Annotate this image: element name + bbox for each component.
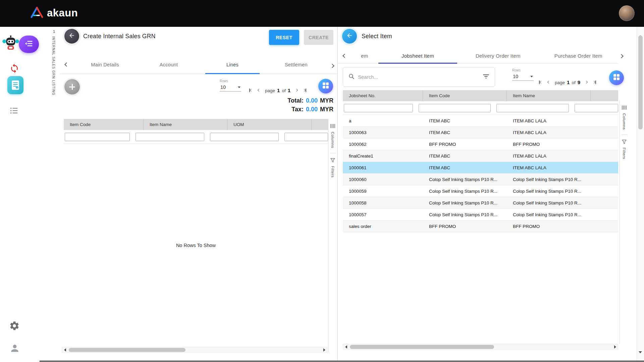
sync-module-icon[interactable]	[9, 63, 20, 74]
scrollbar-thumb[interactable]	[350, 345, 494, 349]
listing-module-icon[interactable]	[9, 106, 19, 115]
scroll-up-arrow[interactable]	[639, 29, 642, 36]
rows-per-page-select[interactable]: Rows 10	[220, 79, 241, 92]
table-row[interactable]: 1000058 Colop Self Inking Stamps P10 R..…	[343, 197, 618, 209]
create-button[interactable]: CREATE	[304, 30, 333, 45]
rows-value: 10	[220, 84, 226, 90]
grn-horizontal-scrollbar[interactable]	[62, 347, 327, 353]
tab-account[interactable]: Account	[137, 55, 201, 74]
brand-name: akaun	[47, 7, 78, 19]
add-line-button[interactable]	[64, 79, 80, 95]
filter-item-name-input[interactable]	[136, 133, 204, 141]
next-page-button[interactable]	[585, 80, 588, 84]
back-button[interactable]	[64, 29, 79, 44]
select-item-horizontal-scrollbar[interactable]	[343, 344, 618, 350]
filter-item-code-input[interactable]	[65, 133, 130, 141]
account-person-icon[interactable]	[9, 343, 20, 354]
topbar: akaun	[0, 0, 644, 27]
scroll-right-arrow[interactable]	[612, 344, 618, 349]
scrollbar-thumb[interactable]	[69, 348, 185, 352]
assistant-mascot-icon[interactable]	[1, 34, 20, 53]
arrow-left-icon	[68, 32, 75, 40]
grid-view-button[interactable]	[609, 70, 624, 85]
tab-purchase-order-item[interactable]: Purchase Order Item	[538, 48, 619, 64]
table-row[interactable]: finalCreate1 ITEM ABC ITEM ABC LALA	[343, 150, 618, 162]
reset-button[interactable]: RESET	[269, 30, 299, 45]
cell-item-code: ITEM ABC	[423, 154, 507, 159]
prev-page-button[interactable]	[547, 80, 550, 84]
jobsheet-table-body: a ITEM ABC ITEM ABC LALA 1000063 ITEM AB…	[343, 115, 618, 232]
app-root: akaun	[0, 0, 644, 362]
columns-rail-toggle[interactable]: Columns	[620, 101, 629, 130]
scrollbar-thumb[interactable]	[638, 36, 643, 129]
tax-label: Tax:	[291, 106, 304, 113]
table-row[interactable]: 1000057 Colop Self Inking Stamps P10 R..…	[343, 209, 618, 221]
cell-item-code: Colop Self Inking Stamps P10 R...	[423, 212, 507, 217]
select-item-panel: Select Item em Jobsheet Item Delivery Or…	[338, 29, 628, 353]
columns-rail-label: Columns	[331, 132, 335, 148]
first-page-button[interactable]	[538, 80, 543, 85]
total-label: Total:	[287, 97, 304, 104]
table-row[interactable]: sales order BFF PROMO BFF PROMO	[343, 221, 618, 232]
user-avatar[interactable]	[619, 5, 635, 21]
columns-rail-toggle[interactable]: Columns	[328, 119, 337, 148]
grid-view-button[interactable]	[318, 79, 333, 94]
jobsheet-table-filter-row	[343, 101, 618, 115]
table-row[interactable]: 1000063 ITEM ABC ITEM ABC LALA	[343, 127, 618, 138]
create-grn-panel: Create Internal Sales GRN RESET CREATE M…	[60, 29, 337, 355]
cell-jobsheet-no: 1000062	[343, 142, 423, 147]
last-page-button[interactable]	[592, 80, 597, 85]
tabs-scroll-left-button[interactable]	[338, 54, 352, 57]
table-row[interactable]: 1000060 Colop Self Inking Stamps P10 R..…	[343, 174, 618, 185]
search-input[interactable]	[358, 74, 483, 80]
filters-rail-toggle[interactable]: Filters	[620, 135, 629, 159]
cell-item-name: Colop Self Inking Stamps P10 R...	[507, 212, 591, 217]
table-row[interactable]: a ITEM ABC ITEM ABC LALA	[343, 115, 618, 127]
prev-page-button[interactable]	[257, 88, 261, 92]
tab-jobsheet-item[interactable]: Jobsheet Item	[378, 48, 458, 64]
filter-jobsheet-no-input[interactable]	[344, 104, 413, 112]
scroll-left-arrow[interactable]	[62, 347, 68, 352]
table-row[interactable]: 1000059 Colop Self Inking Stamps P10 R..…	[343, 185, 618, 197]
menu-toggle-button[interactable]	[19, 36, 39, 53]
filter-item-name-input[interactable]	[496, 104, 569, 112]
table-row[interactable]: 1000062 BFF PROMO BFF PROMO	[343, 138, 618, 150]
filter-list-icon[interactable]	[483, 74, 489, 80]
scroll-left-arrow[interactable]	[343, 344, 349, 349]
page-vertical-scrollbar[interactable]	[637, 27, 644, 362]
cell-item-name: BFF PROMO	[507, 224, 591, 229]
filter-extra-input[interactable]	[284, 133, 328, 141]
filter-uom-input[interactable]	[210, 133, 279, 141]
scroll-down-arrow[interactable]	[639, 353, 642, 359]
next-page-button[interactable]	[295, 88, 298, 92]
svg-text:$: $	[16, 87, 18, 89]
cell-item-name: Colop Self Inking Stamps P10 R...	[507, 200, 591, 205]
panel-divider	[337, 27, 338, 361]
last-page-button[interactable]	[303, 88, 307, 93]
tab-delivery-order-item[interactable]: Delivery Order Item	[458, 48, 538, 64]
filter-item-code-input[interactable]	[419, 104, 491, 112]
first-page-button[interactable]	[249, 88, 253, 93]
scroll-right-arrow[interactable]	[321, 347, 327, 352]
tabs-scroll-right-button[interactable]	[331, 63, 334, 69]
tab-overflow-item[interactable]: em	[352, 48, 378, 64]
window-bottom-edge	[40, 361, 644, 362]
close-select-item-button[interactable]	[342, 29, 357, 44]
rows-per-page-select[interactable]: Rows 10	[512, 68, 534, 81]
caret-down-icon	[530, 76, 533, 77]
tabs-scroll-left-button[interactable]	[60, 63, 73, 66]
jobsheet-table-header: Jobsheet No. Item Code Item Name	[343, 90, 618, 101]
tab-settlement[interactable]: Settlemen	[264, 55, 328, 74]
table-row[interactable]: 1000061 ITEM ABC ITEM ABC LALA	[343, 162, 618, 174]
cell-jobsheet-no: a	[343, 118, 423, 123]
tabs-scroll-right-button[interactable]	[620, 53, 623, 59]
sales-document-module-icon[interactable]: $	[7, 76, 23, 94]
filter-extra-input[interactable]	[575, 104, 618, 112]
filters-rail-toggle[interactable]: Filters	[328, 153, 337, 178]
settings-gear-icon[interactable]	[9, 320, 20, 331]
brand-logo[interactable]: akaun	[30, 7, 78, 19]
tab-lines[interactable]: Lines	[201, 55, 264, 74]
grn-table-rail: Columns Filters	[328, 119, 337, 353]
tab-main-details[interactable]: Main Details	[73, 55, 137, 74]
apps-grid-icon	[613, 74, 620, 82]
